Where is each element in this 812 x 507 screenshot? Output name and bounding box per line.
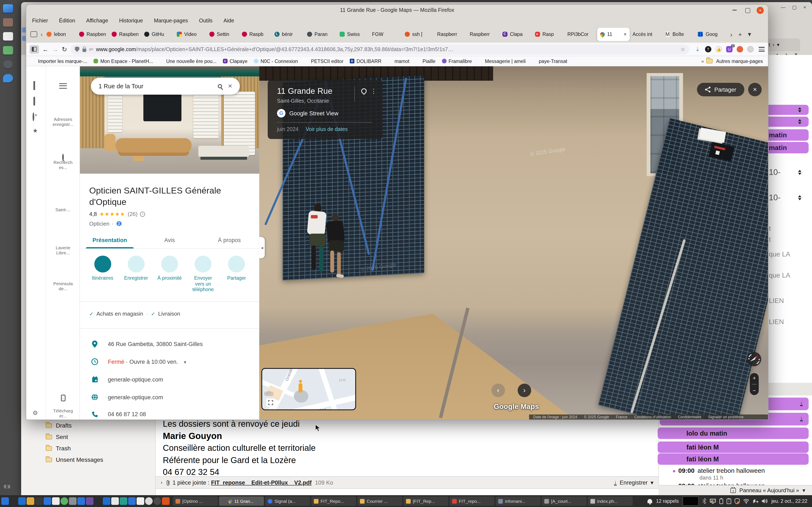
tb-folder-row[interactable]: Drafts [46,420,139,431]
place-action-button[interactable]: Enregistrer [119,256,153,293]
zoom-out-button[interactable]: − [753,387,756,394]
search-icon[interactable] [218,84,222,88]
panel-collapse-handle[interactable]: ◂ [259,237,265,258]
window-preview-thumbnail[interactable] [682,496,699,506]
bookmark-item[interactable]: Mon Espace - PlanetH... [94,59,153,64]
photos-icon[interactable] [33,98,40,105]
wifi-icon[interactable] [743,499,749,503]
tracking-shield-icon[interactable] [74,47,79,52]
network-broadcast-icon[interactable]: ((·)) [4,484,10,489]
bookmark-item[interactable]: D DOLIBARR [350,59,382,64]
bluetooth-icon[interactable] [703,498,706,504]
launcher-icon[interactable] [86,497,94,505]
tab-list-dropdown-icon[interactable]: ▾ [748,31,751,38]
info-icon[interactable] [140,212,145,217]
previous-image-button[interactable]: ‹ [492,384,505,397]
clipboard-icon[interactable]: ! [726,498,731,504]
browser-tab[interactable]: FGW × [369,28,402,41]
forward-button[interactable]: → [52,46,58,53]
attribution-item[interactable]: France [616,415,627,419]
taskbar-window-button[interactable]: index.ph... [588,496,633,506]
maps-search-box[interactable]: 1 Rue de la Tour × [91,78,240,95]
launcher-icon[interactable] [60,497,68,505]
launcher-icon[interactable] [145,497,153,505]
taskbar-window-button[interactable]: [Optimo ... [173,496,218,506]
browser-tab[interactable]: ssh [ × [402,28,434,41]
place-tab[interactable]: Présentation [80,232,140,248]
browser-tab[interactable]: Raspberr × [76,28,108,41]
launcher-icon[interactable] [27,497,34,505]
menu-item[interactable]: Affichage [86,18,108,24]
mini-map[interactable]: Grande R pub olie Rue de l'Hôtel [261,368,356,410]
launcher-icon[interactable] [94,497,102,505]
menu-item[interactable]: Fichier [32,18,48,24]
desktop-icon[interactable] [3,46,13,55]
recent-place-item[interactable]: Laverie Libre... [46,235,80,255]
browser-tab[interactable]: RPi3bCor × [564,28,597,41]
launcher-icon[interactable] [10,497,17,505]
place-action-button[interactable]: Envoyer vers un téléphone [186,256,220,293]
hours-row[interactable]: Fermé · Ouvre à 10:00 ven.▾ [80,358,259,365]
place-tab[interactable]: Avis [140,232,200,248]
ublock-icon[interactable] [737,46,743,52]
taskbar-clock[interactable]: jeu. 2 oct., 22:22 [771,499,807,504]
desktop-icon[interactable] [3,4,13,13]
bookmark-item[interactable]: paye-Transat [532,59,567,64]
tb-event-row[interactable]: ●09:00atelier trebon halloween dans 11 h [672,467,809,481]
extension-thumb-icon[interactable]: 👍 [716,46,722,52]
tab-scroll-right-icon[interactable]: › [730,31,732,38]
taskbar-window-button[interactable]: [FIT_Rep... [403,496,448,506]
shield-icon[interactable] [734,498,740,504]
launcher-icon[interactable] [120,497,127,505]
compass-control[interactable] [747,351,762,369]
bookmark-item[interactable]: mamot [388,59,409,64]
tab-scroll-left-icon[interactable]: ‹ [41,31,43,38]
permissions-icon[interactable]: o= [89,47,93,52]
more-options-icon[interactable]: ⋮ [370,88,377,95]
attachment-toggle-icon[interactable]: › [161,480,162,486]
desktop-icon[interactable] [3,74,13,82]
bookmark-item[interactable]: Messagerie | ameli [478,59,526,64]
menu-item[interactable]: Aide [223,18,234,24]
back-button[interactable]: ← [42,46,49,53]
launcher-icon[interactable] [52,497,60,505]
browser-tab[interactable]: Settin × [206,28,239,41]
tb-folder-row[interactable]: Trash [46,443,139,453]
taskbar-window-button[interactable]: 11 Gran... [219,496,264,506]
phone-row[interactable]: 04 66 87 12 08 [80,410,259,418]
browser-tab[interactable]: L bénir × [271,28,304,41]
address-row[interactable]: 46 Rue Gambetta, 30800 Saint-Gilles [80,340,259,348]
sidebar-toggle-button[interactable] [30,45,39,53]
lock-icon[interactable] [82,48,86,52]
minimize-button[interactable] [732,8,737,11]
attachment-filename[interactable]: FIT_reponse__Edit-et-P0llux__V2.pdf [211,479,312,486]
tb-folder-row[interactable]: Sent [46,432,139,442]
hamburger-menu-icon[interactable] [59,83,67,89]
place-action-button[interactable]: À proximité [153,256,186,293]
launcher-icon[interactable] [78,497,85,505]
place-action-button[interactable]: Partager [220,256,253,293]
launcher-icon[interactable] [1,497,9,505]
display-icon[interactable] [710,498,716,504]
tb-agenda-row[interactable]: lolo du matin [658,428,809,439]
firefox-view-icon[interactable] [31,31,37,37]
next-image-button[interactable]: › [518,384,531,397]
downloads-icon[interactable]: ⇣ [695,46,701,52]
menu-item[interactable]: Édition [59,18,75,24]
reminders-label[interactable]: 12 rappels [656,499,678,504]
launcher-icon[interactable] [162,497,169,505]
browser-tab[interactable]: ▸ Rasp × [532,28,564,41]
menu-item[interactable]: Outils [199,18,212,24]
browser-tab[interactable]: Paran × [304,28,337,41]
desktop-icon[interactable] [3,18,13,26]
close-button[interactable]: × [757,7,764,14]
attribution-item[interactable]: Date de l'image : juin 2024 [533,415,577,419]
browser-tab[interactable]: C Clapa × [499,28,532,41]
reload-button[interactable]: ↻ [62,45,67,53]
attribution-item[interactable]: Conditions d'utilisation [634,415,671,419]
launcher-icon[interactable] [35,497,43,505]
taskbar-window-button[interactable]: Signal (a... [265,496,310,506]
expand-map-icon[interactable] [266,398,275,407]
other-bookmarks-label[interactable]: Autres marque-pages [716,59,763,64]
tb-folder-row[interactable]: Unsent Messages [46,455,139,465]
